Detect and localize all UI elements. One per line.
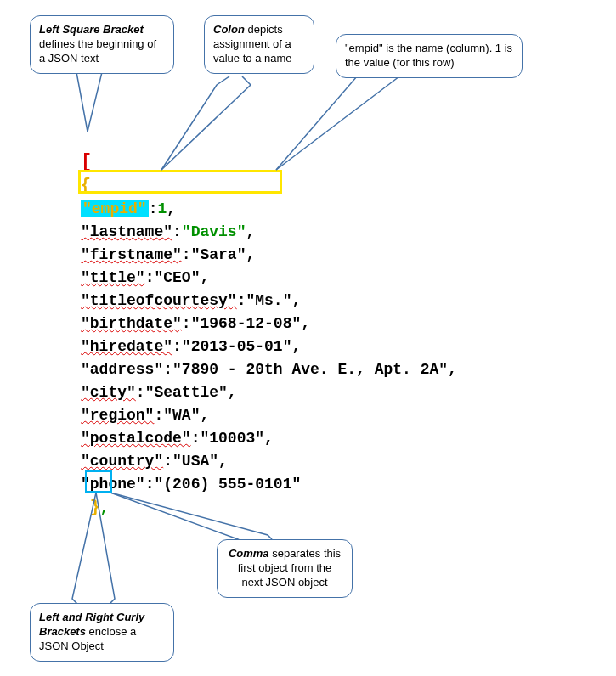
val-5: "1968-12-08" [191,315,302,332]
key-titleofcourtesy: "titleofcourtesy" [81,292,237,309]
comma-0: , [167,200,176,217]
pointer-lsb [72,64,106,140]
val-4: "Ms." [246,292,291,309]
callout-lsb-body: defines the beginning of a JSON text [39,37,156,65]
val-11: "USA" [172,453,218,470]
key-lastname: "lastname" [81,223,172,240]
callout-empid-body: "empid" is the name (column). 1 is the v… [345,42,512,69]
pointer-colon [157,76,268,178]
key-firstname: "firstname" [81,246,182,263]
key-postalcode: "postalcode" [81,430,191,447]
val-2: "Sara" [191,246,246,263]
colon-0: : [149,200,158,217]
callout-comma: Comma separates this first object from t… [217,539,353,598]
val-8: "Seattle" [145,384,228,401]
callout-colon: Colon depicts assignment of a value to a… [204,15,314,74]
val-10: "10003" [200,430,264,447]
val-9: "WA" [163,407,200,424]
pointer-empid [272,68,425,178]
callout-comma-em: Comma [229,547,269,560]
key-city: "city" [81,384,136,401]
callout-colon-em: Colon [213,23,245,36]
callout-left-square-bracket: Left Square Bracket defines the beginnin… [30,15,174,74]
val-7: "7890 - 20th Ave. E., Apt. 2A" [172,361,448,378]
key-empid: "empid" [81,200,149,217]
val-1: "Davis" [182,223,246,240]
key-address: "address" [81,361,163,378]
val-0: 1 [157,200,167,217]
key-birthdate: "birthdate" [81,315,182,332]
val-3: "CEO" [154,269,200,286]
callout-empid: "empid" is the name (column). 1 is the v… [336,34,523,78]
val-12: "(206) 555-0101" [154,476,301,493]
key-country: "country" [81,453,163,470]
highlight-close-brace-comma [85,470,112,493]
key-region: "region" [81,407,154,424]
callout-curly-brackets: Left and Right Curly Brackets enclose a … [30,603,174,662]
key-hiredate: "hiredate" [81,338,172,355]
callout-lsb-em: Left Square Bracket [39,23,144,36]
val-6: "2013-05-01" [182,338,292,355]
key-title: "title" [81,269,145,286]
